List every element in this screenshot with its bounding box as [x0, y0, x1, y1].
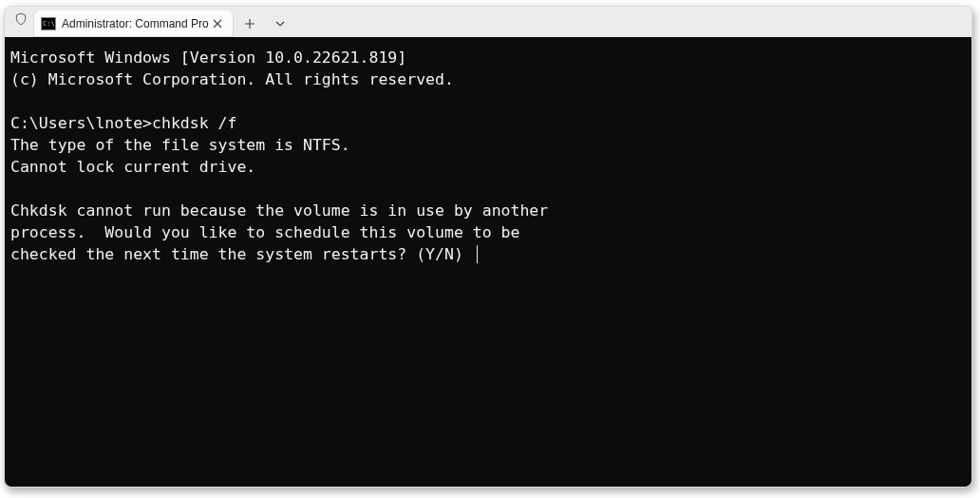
terminal-line: Cannot lock current drive.	[10, 158, 255, 176]
cmd-icon	[41, 17, 56, 30]
new-tab-button[interactable]	[236, 10, 264, 37]
chevron-down-icon	[275, 19, 285, 29]
terminal-line: (c) Microsoft Corporation. All rights re…	[10, 70, 454, 88]
tab-command-prompt[interactable]: Administrator: Command Pro	[33, 10, 234, 37]
titlebar: Administrator: Command Pro	[5, 7, 971, 37]
tab-dropdown-button[interactable]	[266, 10, 294, 37]
text-cursor	[477, 245, 478, 263]
terminal-line: Microsoft Windows [Version 10.0.22621.81…	[10, 48, 406, 67]
uac-shield-icon	[14, 11, 28, 27]
plus-icon	[244, 18, 255, 29]
close-icon	[213, 19, 222, 29]
tab-title: Administrator: Command Pro	[62, 17, 209, 30]
tab-close-button[interactable]	[209, 15, 226, 32]
terminal-line: The type of the file system is NTFS.	[10, 136, 350, 154]
terminal-prompt: C:\Users\lnote>	[10, 114, 152, 132]
terminal-output[interactable]: Microsoft Windows [Version 10.0.22621.81…	[5, 37, 971, 487]
app-window: Administrator: Command Pro Microsoft Win…	[4, 6, 972, 488]
terminal-line: checked the next time the system restart…	[10, 245, 473, 263]
terminal-line: Chkdsk cannot run because the volume is …	[10, 201, 548, 220]
terminal-command: chkdsk /f	[152, 114, 236, 132]
terminal-line: process. Would you like to schedule this…	[10, 223, 519, 241]
